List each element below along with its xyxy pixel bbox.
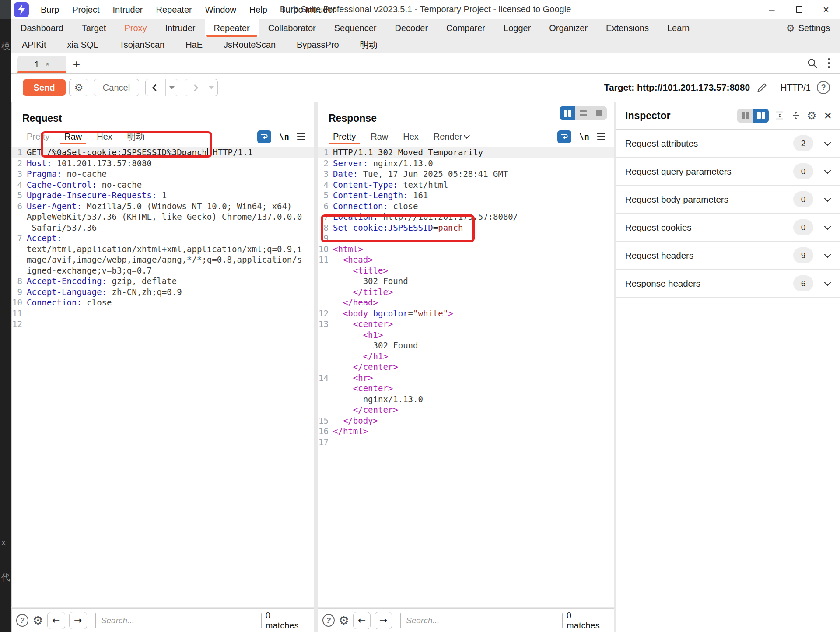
menu-item-help[interactable]: Help [243, 0, 274, 19]
tab-intruder[interactable]: Intruder [156, 19, 205, 37]
tab-extensions[interactable]: Extensions [597, 19, 658, 37]
editor-line[interactable]: 2Server: nginx/1.13.0 [318, 158, 614, 169]
editor-line[interactable]: </h1> [318, 351, 614, 362]
editor-line[interactable]: <h1> [318, 330, 614, 341]
editor-line[interactable]: 9Accept-Language: zh-CN,zh;q=0.9 [12, 287, 314, 298]
ext-tab-jsroutescan[interactable]: JsRouteScan [213, 37, 286, 53]
menu-item-repeater[interactable]: Repeater [149, 0, 198, 19]
editor-line[interactable]: text/html,application/xhtml+xml,applicat… [12, 244, 314, 255]
editor-line[interactable]: 4Cache-Control: no-cache [12, 179, 314, 190]
tab-comparer[interactable]: Comparer [437, 19, 494, 37]
word-wrap-icon[interactable] [257, 130, 271, 143]
editor-line[interactable]: 302 Found [318, 340, 614, 351]
help-icon[interactable]: ? [322, 614, 335, 627]
editor-menu-icon[interactable] [297, 133, 305, 140]
editor-line[interactable]: 2Host: 101.201.173.57:8080 [12, 158, 314, 169]
response-editor[interactable]: 1HTTP/1.1 302 Moved Temporarily2Server: … [318, 144, 614, 607]
dock-left-button[interactable] [737, 109, 753, 123]
editor-line[interactable]: 15 </body> [318, 415, 614, 426]
menu-item-window[interactable]: Window [199, 0, 243, 19]
response-view-tab-raw[interactable]: Raw [366, 129, 392, 144]
close-tab-icon[interactable]: × [46, 60, 50, 69]
editor-line[interactable]: igned-exchange;v=b3;q=0.7 [12, 265, 314, 276]
menu-item-turbo-intruder[interactable]: Turbo Intruder [274, 0, 342, 19]
http-version-selector[interactable]: HTTP/1 [780, 83, 811, 93]
tab-dashboard[interactable]: Dashboard [11, 19, 73, 37]
gear-icon[interactable]: ⚙ [807, 109, 816, 122]
editor-line[interactable]: 3Date: Tue, 17 Jun 2025 05:28:41 GMT [318, 169, 614, 179]
tab-collaborator[interactable]: Collaborator [259, 19, 325, 37]
editor-line[interactable]: 16</html> [318, 426, 614, 437]
ext-tab-xia-sql[interactable]: xia SQL [57, 37, 109, 53]
dock-right-button[interactable] [753, 109, 769, 123]
editor-line[interactable]: 6User-Agent: Mozilla/5.0 (Windows NT 10.… [12, 201, 314, 212]
request-search-input[interactable] [95, 613, 262, 628]
editor-line[interactable]: 3Pragma: no-cache [12, 169, 314, 179]
request-view-tab-pretty[interactable]: Pretty [22, 129, 54, 144]
tab-sequencer[interactable]: Sequencer [325, 19, 386, 37]
editor-line[interactable]: 7Location: http://101.201.173.57:8080/ [318, 211, 614, 222]
editor-line[interactable]: 17 [318, 437, 614, 448]
editor-line[interactable]: nginx/1.13.0 [318, 394, 614, 405]
editor-line[interactable]: 1HTTP/1.1 302 Moved Temporarily [318, 147, 614, 158]
word-wrap-icon[interactable] [557, 130, 571, 143]
forward-button[interactable] [185, 79, 205, 96]
response-view-tab-hex[interactable]: Hex [399, 129, 423, 144]
expand-all-icon[interactable] [774, 110, 785, 121]
tab-decoder[interactable]: Decoder [385, 19, 437, 37]
back-history-dropdown[interactable] [166, 79, 178, 96]
next-match-button[interactable]: → [69, 612, 87, 629]
editor-line[interactable]: AppleWebKit/537.36 (KHTML, like Gecko) C… [12, 211, 314, 222]
layout-single-button[interactable] [591, 106, 607, 120]
ext-tab-hae[interactable]: HaE [175, 37, 213, 53]
request-editor[interactable]: 1GET /%0aSet-cookie:JSPSESSID%3Dpanch HT… [12, 144, 314, 607]
maximize-button[interactable] [785, 0, 812, 19]
close-inspector-icon[interactable]: × [824, 109, 832, 122]
prev-match-button[interactable]: ← [47, 612, 65, 629]
editor-line[interactable]: 12 <body bgcolor="white"> [318, 308, 614, 319]
response-search-input[interactable] [400, 613, 563, 628]
menu-item-burp[interactable]: Burp [34, 0, 66, 19]
edit-pencil-icon[interactable] [756, 82, 768, 94]
more-options-icon[interactable] [828, 58, 830, 68]
editor-line[interactable]: 1GET /%0aSet-cookie:JSPSESSID%3Dpanch HT… [12, 147, 314, 158]
inspector-section-request-cookies[interactable]: Request cookies0 [616, 214, 840, 242]
inspector-section-request-attributes[interactable]: Request attributes2 [616, 130, 840, 158]
editor-line[interactable]: 12 [12, 319, 314, 330]
editor-line[interactable]: 7Accept: [12, 233, 314, 244]
prev-match-button[interactable]: ← [353, 612, 371, 629]
editor-line[interactable]: </center> [318, 404, 614, 415]
cancel-button[interactable]: Cancel [94, 79, 139, 96]
editor-line[interactable]: 13 <center> [318, 319, 614, 330]
tab-repeater[interactable]: Repeater [205, 19, 259, 37]
tab-target[interactable]: Target [73, 19, 116, 37]
minimize-button[interactable]: – [758, 0, 785, 19]
editor-line[interactable]: 10Connection: close [12, 297, 314, 308]
layout-columns-button[interactable] [560, 106, 575, 120]
request-view-tab-hex[interactable]: Hex [92, 129, 117, 144]
editor-line[interactable]: </center> [318, 362, 614, 372]
editor-line[interactable]: 11 [12, 308, 314, 319]
inspector-section-response-headers[interactable]: Response headers6 [616, 270, 840, 298]
menu-item-intruder[interactable]: Intruder [106, 0, 150, 19]
search-icon[interactable] [807, 58, 818, 69]
send-button[interactable]: Send [23, 79, 66, 96]
menu-item-project[interactable]: Project [66, 0, 106, 19]
editor-line[interactable]: 5Content-Length: 161 [318, 190, 614, 201]
tab-settings[interactable]: ⚙ Settings [777, 19, 840, 37]
ext-tab-bypasspro[interactable]: BypassPro [286, 37, 350, 53]
tab-logger[interactable]: Logger [494, 19, 540, 37]
ext-tab-apikit[interactable]: APIKit [11, 37, 57, 53]
gear-icon[interactable]: ⚙ [339, 614, 349, 626]
show-newlines-icon[interactable]: \n [279, 132, 289, 141]
editor-menu-icon[interactable] [597, 133, 605, 140]
request-view-tab-item[interactable]: 明动 [123, 129, 149, 144]
back-button[interactable] [146, 79, 166, 96]
inspector-section-request-headers[interactable]: Request headers9 [616, 242, 840, 270]
layout-rows-button[interactable] [575, 106, 591, 120]
editor-line[interactable]: 11 <head> [318, 254, 614, 265]
editor-line[interactable]: mage/avif,image/webp,image/apng,*/*;q=0.… [12, 254, 314, 265]
gear-icon[interactable]: ⚙ [32, 614, 43, 626]
editor-line[interactable]: </title> [318, 287, 614, 298]
editor-line[interactable]: <title> [318, 265, 614, 276]
